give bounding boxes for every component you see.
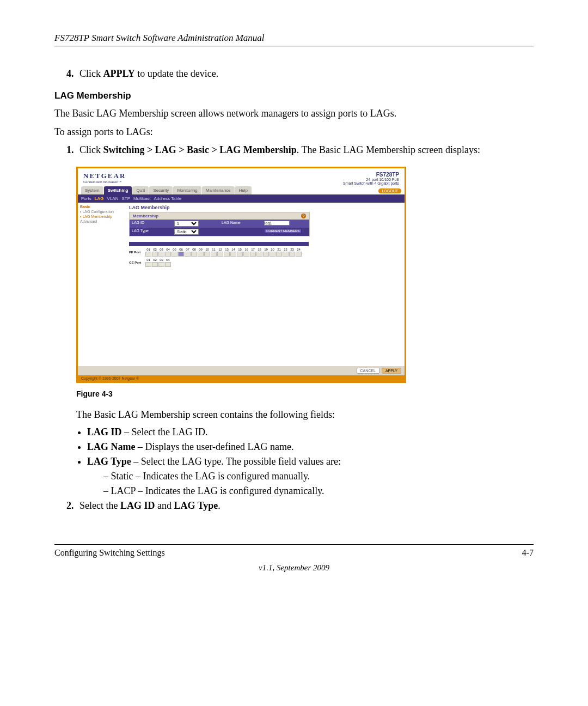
footer-center: v1.1, September 2009 (54, 563, 534, 573)
product-label: FS728TP 24-port 10/100 PoE Smart Switch … (343, 172, 399, 185)
fe-port-14[interactable] (230, 252, 236, 257)
field-bullets: LAG ID – Select the LAG ID. LAG Name – D… (76, 427, 534, 497)
dash-lacp: LACP – Indicates the LAG is configured d… (103, 485, 534, 497)
bullet-lag-name: LAG Name – Displays the user-defined LAG… (87, 441, 534, 453)
section-heading-lag-membership: LAG Membership (54, 90, 534, 101)
logout-button[interactable]: LOGOUT (378, 188, 401, 193)
ge-port-label: GE Port (129, 261, 145, 264)
membership-panel: Membership ? LAG ID1LAG NameLAG TypeStat… (129, 212, 310, 236)
page-footer: Configuring Switching Settings 4-7 (54, 544, 534, 558)
subtab-vlan[interactable]: VLAN (107, 196, 119, 201)
tab-switching[interactable]: Switching (104, 186, 132, 194)
bullet-lag-type: LAG Type – Select the LAG type. The poss… (87, 456, 534, 497)
ge-port-03[interactable] (158, 262, 164, 267)
dash-static: Static – Indicates the LAG is configured… (103, 471, 534, 482)
fe-port-08[interactable] (191, 252, 197, 257)
fe-port-09[interactable] (198, 252, 204, 257)
step-4: Click APPLY to update the device. (76, 68, 534, 80)
embedded-screenshot: NETGEAR Connect with Innovation™ FS728TP… (76, 167, 406, 383)
ge-port-01[interactable] (145, 262, 151, 267)
fe-port-19[interactable] (263, 252, 269, 257)
lag-name-input[interactable] (264, 221, 290, 226)
subtab-stp[interactable]: STP (121, 196, 130, 201)
fe-port-13[interactable] (224, 252, 230, 257)
fe-port-11[interactable] (211, 252, 217, 257)
fe-port-04[interactable] (165, 252, 171, 257)
cancel-button[interactable]: CANCEL (357, 368, 379, 374)
fe-port-01[interactable] (145, 252, 151, 257)
step-list-bottom: Select the LAG ID and LAG Type. (54, 500, 534, 512)
fe-port-21[interactable] (276, 252, 282, 257)
tab-qos[interactable]: QoS (132, 186, 149, 194)
sidebar-item-lag-configuration[interactable]: • LAG Configuration (80, 210, 124, 214)
numbered-steps: Click Switching > LAG > Basic > LAG Memb… (54, 144, 534, 156)
netgear-logo: NETGEAR (83, 172, 126, 180)
lag-type-values: Static – Indicates the LAG is configured… (103, 471, 534, 497)
port-block: FE Port 01020304050607080910111213141516… (129, 242, 309, 267)
subtab-ports[interactable]: Ports (81, 196, 91, 201)
fe-port-18[interactable] (256, 252, 262, 257)
fe-port-02[interactable] (152, 252, 158, 257)
fe-port-23[interactable] (289, 252, 295, 257)
step-list-top: Click APPLY to update the device. (54, 68, 534, 80)
subtab-address-table[interactable]: Address Table (154, 196, 182, 201)
fe-port-16[interactable] (243, 252, 249, 257)
footer-left: Configuring Switching Settings (54, 548, 165, 558)
panel-header-label: Membership (133, 214, 158, 218)
sub-tabs: PortsLAGVLANSTPMulticastAddress Table (78, 194, 405, 203)
main-tabs: SystemSwitchingQoSSecurityMonitoringMain… (81, 186, 252, 194)
sidebar-group-advanced[interactable]: Advanced (80, 220, 124, 223)
running-header: FS728TP Smart Switch Software Administra… (54, 33, 534, 46)
ge-port-04[interactable] (165, 262, 171, 267)
copyright-footer: Copyright © 1996-2007 Netgear ® (78, 375, 405, 381)
lag-type-select[interactable]: Static (174, 229, 199, 235)
apply-button[interactable]: APPLY (382, 368, 401, 374)
figure-caption: Figure 4-3 (76, 389, 534, 398)
intro-paragraph-1: The Basic LAG Membership screen allows n… (54, 107, 534, 120)
fe-port-24[interactable] (296, 252, 302, 257)
netgear-tagline: Connect with Innovation™ (83, 180, 126, 184)
fe-port-17[interactable] (250, 252, 256, 257)
subtab-lag[interactable]: LAG (95, 196, 104, 201)
fe-port-10[interactable] (204, 252, 210, 257)
after-figure-text: The Basic LAG Membership screen contains… (76, 408, 534, 421)
fe-port-20[interactable] (270, 252, 275, 257)
fe-port-07[interactable] (185, 252, 191, 257)
fe-port-12[interactable] (217, 252, 223, 257)
lag-id-select[interactable]: 1 (174, 221, 199, 227)
intro-paragraph-2: To assign ports to LAGs: (54, 125, 534, 138)
current-members-button[interactable]: CURRENT MEMBERS (264, 229, 302, 233)
tab-monitoring[interactable]: Monitoring (173, 186, 201, 194)
tab-security[interactable]: Security (149, 186, 173, 194)
bullet-lag-id: LAG ID – Select the LAG ID. (87, 427, 534, 438)
help-icon[interactable]: ? (301, 214, 306, 218)
fe-port-06[interactable] (178, 252, 184, 257)
step-1: Click Switching > LAG > Basic > LAG Memb… (76, 144, 534, 156)
panel-title: LAG Membership (129, 205, 401, 210)
bottom-action-bar: CANCEL APPLY (78, 366, 405, 375)
tab-system[interactable]: System (81, 186, 103, 194)
tab-maintenance[interactable]: Maintenance (202, 186, 235, 194)
fe-port-03[interactable] (158, 252, 164, 257)
sidebar: Basic • LAG Configuration• LAG Membershi… (78, 203, 126, 366)
tab-help[interactable]: Help (235, 186, 252, 194)
sidebar-group-basic[interactable]: Basic (80, 205, 124, 209)
step-2: Select the LAG ID and LAG Type. (76, 500, 534, 512)
subtab-multicast[interactable]: Multicast (133, 196, 151, 201)
ge-port-02[interactable] (152, 262, 158, 267)
sidebar-item-lag-membership[interactable]: • LAG Membership (80, 215, 124, 218)
fe-port-15[interactable] (237, 252, 243, 257)
fe-port-22[interactable] (283, 252, 289, 257)
fe-port-05[interactable] (171, 252, 177, 257)
footer-right: 4-7 (522, 548, 534, 558)
fe-port-label: FE Port (129, 251, 145, 254)
